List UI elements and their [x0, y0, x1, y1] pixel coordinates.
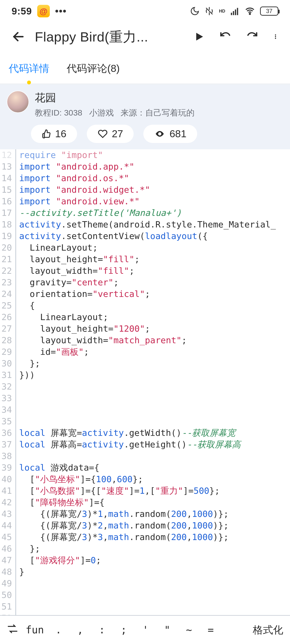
code-line[interactable]: {	[19, 300, 276, 312]
weibo-app-icon: @	[37, 5, 50, 17]
code-line[interactable]: import "android.widget.*"	[19, 184, 276, 196]
code-line[interactable]: LinearLayout;	[19, 312, 276, 323]
line-number: 42	[2, 497, 12, 508]
line-number: 49	[2, 578, 12, 589]
moon-icon	[190, 6, 200, 16]
line-number: 19	[2, 230, 12, 242]
code-line[interactable]	[19, 578, 276, 589]
tab-code-detail[interactable]: 代码详情	[9, 62, 49, 78]
code-line[interactable]: ["小鸟坐标"]={100,600};	[19, 474, 276, 485]
code-line[interactable]: orientation="vertical";	[19, 288, 276, 300]
line-number: 29	[2, 346, 12, 358]
line-number: 51	[2, 601, 12, 612]
code-line[interactable]: }	[19, 566, 276, 578]
code-line[interactable]: local 游戏data={	[19, 462, 276, 474]
key-semicolon[interactable]: ;	[116, 624, 131, 636]
code-line[interactable]: layout_width="fill";	[19, 265, 276, 277]
key-squote[interactable]: '	[138, 624, 153, 636]
svg-point-9	[275, 38, 276, 39]
code-line[interactable]: import "android.view.*"	[19, 196, 276, 207]
code-line[interactable]	[19, 381, 276, 392]
status-right: HD 37	[190, 6, 278, 16]
svg-rect-1	[233, 11, 234, 15]
code-line[interactable]	[19, 589, 276, 601]
wifi-icon	[245, 6, 255, 16]
key-comma[interactable]: ,	[73, 624, 87, 636]
tab-code-comments[interactable]: 代码评论(8)	[67, 62, 120, 78]
svg-rect-0	[231, 13, 232, 15]
code-line[interactable]	[19, 404, 276, 416]
code-line[interactable]: local 屏幕高=activity.getHeight()--获取屏幕高	[19, 439, 276, 450]
line-number: 23	[2, 277, 12, 288]
toolbar-actions	[193, 31, 278, 44]
key-dquote[interactable]: "	[160, 624, 175, 636]
line-number: 46	[2, 543, 12, 554]
line-number: 25	[2, 300, 12, 312]
source-label: 来源：自己写着玩的	[121, 107, 195, 118]
code-line[interactable]: gravity="center";	[19, 277, 276, 288]
code-line[interactable]: local 屏幕宽=activity.getWidth()--获取屏幕宽	[19, 427, 276, 439]
redo-button[interactable]	[245, 31, 259, 44]
code-line[interactable]: activity.setContentView(loadlayout({	[19, 230, 276, 242]
key-dot[interactable]: .	[51, 624, 66, 636]
key-equals[interactable]: =	[204, 624, 218, 636]
author-name[interactable]: 花园	[35, 91, 195, 105]
clock: 9:59	[12, 6, 32, 17]
svg-rect-3	[237, 8, 238, 15]
code-line[interactable]: layout_width="match_parent";	[19, 334, 276, 346]
code-line[interactable]: {(屏幕宽/3)*1,math.random(200,1000)};	[19, 508, 276, 520]
code-content[interactable]: require "import"import "android.app.*"im…	[16, 149, 276, 644]
views-display: 681	[143, 125, 197, 143]
overflow-menu-button[interactable]	[273, 31, 278, 44]
key-fun[interactable]: fun	[26, 624, 44, 636]
status-bar: 9:59 @ ••• HD 37	[0, 0, 290, 20]
tabs: 代码详情 代码评论(8)	[0, 54, 290, 84]
line-number: 27	[2, 323, 12, 334]
code-line[interactable]: layout_height="fill";	[19, 254, 276, 265]
code-line[interactable]: LinearLayout;	[19, 242, 276, 254]
stats-row: 16 27 681	[7, 118, 283, 143]
line-number: 28	[2, 334, 12, 346]
key-colon[interactable]: :	[95, 624, 109, 636]
line-gutter: 1213141516171819202122232425262728293031…	[0, 149, 16, 644]
line-number: 15	[2, 184, 12, 196]
key-tilde[interactable]: ~	[182, 624, 196, 636]
line-number: 48	[2, 566, 12, 578]
code-line[interactable]: --activity.setTitle('Manalua+')	[19, 207, 276, 219]
code-line[interactable]: activity.setTheme(android.R.style.Theme_…	[19, 219, 276, 230]
code-line[interactable]: };	[19, 358, 276, 369]
svg-marker-6	[196, 33, 203, 40]
undo-button[interactable]	[218, 31, 232, 44]
code-line[interactable]: import "android.os.*"	[19, 172, 276, 184]
signal-icon	[230, 6, 240, 16]
line-number: 33	[2, 392, 12, 404]
code-line[interactable]: ["小鸟数据"]={["速度"]=1,["重力"]=500};	[19, 485, 276, 497]
code-line[interactable]: }))	[19, 369, 276, 381]
code-line[interactable]: ["游戏得分"]=0;	[19, 554, 276, 566]
format-button[interactable]: 格式化	[253, 623, 283, 637]
code-line[interactable]: import "android.app.*"	[19, 161, 276, 172]
back-button[interactable]	[12, 30, 25, 44]
toggle-keyboard-icon[interactable]	[7, 623, 18, 637]
code-line[interactable]	[19, 416, 276, 427]
code-line[interactable]: };	[19, 543, 276, 554]
code-line[interactable]: ["障碍物坐标"]={	[19, 497, 276, 508]
line-number: 13	[2, 161, 12, 172]
code-line[interactable]	[19, 601, 276, 612]
line-number: 30	[2, 358, 12, 369]
code-line[interactable]: layout_height="1200";	[19, 323, 276, 334]
code-line[interactable]	[19, 392, 276, 404]
line-number: 14	[2, 172, 12, 184]
code-line[interactable]: {(屏幕宽/3)*2,math.random(200,1000)};	[19, 520, 276, 531]
code-line[interactable]	[19, 450, 276, 462]
code-line[interactable]: require "import"	[19, 149, 276, 161]
line-number: 43	[2, 508, 12, 520]
avatar[interactable]	[7, 91, 29, 113]
code-editor[interactable]: 1213141516171819202122232425262728293031…	[0, 149, 290, 644]
code-line[interactable]: {(屏幕宽/3)*3,math.random(200,1000)};	[19, 531, 276, 543]
line-number: 35	[2, 416, 12, 427]
play-button[interactable]	[193, 31, 205, 44]
code-line[interactable]: id="画板";	[19, 346, 276, 358]
heart-button[interactable]: 27	[87, 125, 134, 143]
like-button[interactable]: 16	[31, 125, 77, 143]
